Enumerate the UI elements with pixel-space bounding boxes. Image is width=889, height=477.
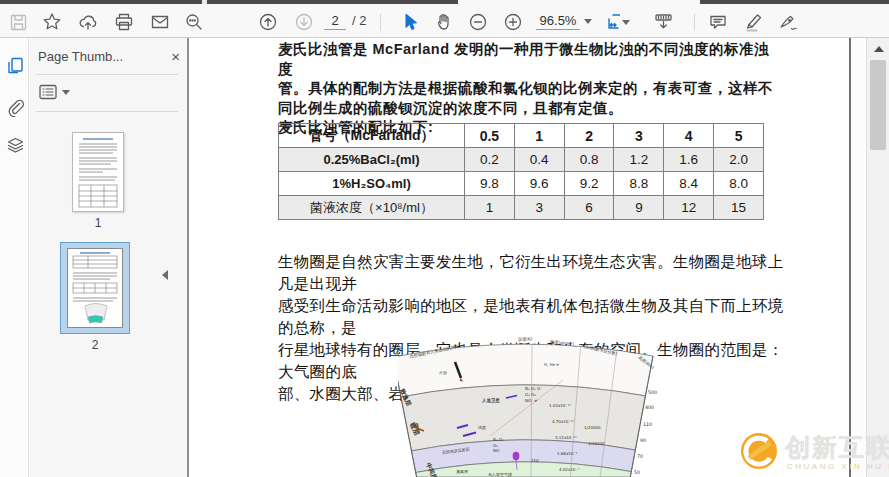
- chem-label: O₃: [493, 443, 498, 448]
- table-cell: 0.4: [514, 148, 564, 172]
- table-cell: 管号（McFarland）: [279, 124, 465, 148]
- fit-width-button[interactable]: [606, 11, 630, 33]
- altitude-tick: 400: [645, 405, 654, 410]
- table-cell: 4: [664, 124, 714, 148]
- mcfarland-table: 管号（McFarland） 0.5 1 2 3 4 5 0.25%BaCl₂(m…: [278, 123, 764, 220]
- plus-circle-icon: [503, 12, 523, 32]
- table-cell: 1%H₂SO₄ml): [279, 172, 465, 196]
- continuous-scroll-icon: [653, 12, 675, 32]
- layers-icon: [6, 136, 25, 155]
- previous-page-button[interactable]: [256, 11, 280, 33]
- thumbnail-page-2[interactable]: [60, 242, 130, 334]
- paperclip-icon: [6, 98, 25, 117]
- table-row: 0.25%BaCl₂(ml) 0.2 0.4 0.8 1.2 1.6 2.0: [279, 148, 764, 172]
- value-label: 1/20000: [584, 425, 601, 430]
- atmosphere-layers-diagram: 自然辐射和人类运动的空间 温度(K) 密度(g/cm³) 气压(帕斯卡百分数) …: [398, 332, 660, 477]
- table-cell: 0.25%BaCl₂(ml): [279, 148, 465, 172]
- altitude-tick: 70: [637, 454, 643, 459]
- comment-button[interactable]: [706, 11, 730, 33]
- search-button[interactable]: [182, 11, 206, 33]
- panel-separator: [36, 74, 178, 75]
- panel-title: Page Thumb...: [38, 49, 123, 64]
- value-label: 210: [531, 458, 539, 463]
- scrollbar-thumb[interactable]: [870, 60, 886, 150]
- sidebar-tab-thumbnails[interactable]: [4, 54, 26, 76]
- table-cell: 0.2: [465, 148, 515, 172]
- panel-separator: [36, 111, 178, 112]
- table-row: 1%H₂SO₄ml) 9.8 9.6 9.2 8.8 8.4 8.0: [279, 172, 764, 196]
- table-cell: 8.4: [664, 172, 714, 196]
- hand-icon: [434, 12, 454, 32]
- thumbnail-page-2-label: 2: [69, 338, 121, 352]
- page-number-field: 2/ 2: [324, 13, 366, 30]
- table-cell: 2.0: [714, 148, 764, 172]
- sidebar-tab-attachments[interactable]: [4, 96, 26, 118]
- altitude-tick: 500: [648, 390, 657, 395]
- table-cell: 3: [514, 196, 564, 220]
- thumbnail-page-2-page: [67, 248, 123, 328]
- text-line: 生物圈是自然灾害主要发生地，它衍生出环境生态灾害。生物圈是地球上凡是出现并: [278, 251, 788, 295]
- panel-collapse-arrow-icon[interactable]: [162, 270, 168, 280]
- toolbar-divider: [380, 14, 381, 31]
- next-page-button[interactable]: [292, 11, 316, 33]
- envelope-icon: [150, 12, 170, 32]
- zoom-level-field[interactable]: 96.5%: [536, 13, 592, 30]
- chem-label: N₂ O₂: [493, 437, 504, 442]
- table-cell: 15: [714, 196, 764, 220]
- altitude-tick: 90: [640, 438, 646, 443]
- diagram-label: 温度(K): [518, 336, 533, 342]
- star-bookmark-button[interactable]: [40, 11, 64, 33]
- highlight-button[interactable]: [742, 11, 766, 33]
- object-label: 臭氧层: [456, 469, 468, 474]
- value-label: 3.12x10⁻¹¹: [555, 435, 577, 440]
- search-icon: [184, 12, 204, 32]
- thumbnail-page-1[interactable]: [72, 132, 124, 212]
- table-cell: 3: [614, 124, 664, 148]
- watermark-subtitle: CHUANG XIN HU LIAN: [787, 462, 889, 471]
- table-cell: 8.8: [614, 172, 664, 196]
- save-icon: [9, 13, 28, 32]
- email-button[interactable]: [148, 11, 172, 33]
- sign-button[interactable]: [777, 11, 801, 33]
- chem-label: N₂ O₂ O⁺: [525, 386, 542, 391]
- cloud-upload-button[interactable]: [76, 11, 100, 33]
- panel-options-button[interactable]: [38, 82, 72, 102]
- arrow-up-circle-icon: [258, 12, 278, 32]
- text-line: 同比例生成的硫酸钡沉淀的浓度不同，且都有定值。: [278, 99, 778, 119]
- table-cell: 6: [564, 196, 614, 220]
- table-cell: 1: [514, 124, 564, 148]
- scrollbar-up-arrow-icon[interactable]: [874, 46, 884, 52]
- fit-options-caret-icon[interactable]: [622, 20, 630, 25]
- value-label: 4.02x10⁻⁷: [559, 467, 579, 472]
- page-total-label: / 2: [352, 13, 366, 28]
- select-tool-button[interactable]: [398, 11, 422, 33]
- sidebar-icon-strip: [0, 38, 29, 477]
- save-button[interactable]: [6, 11, 30, 33]
- table-cell: 2: [564, 124, 614, 148]
- value-label: 1.03x10⁻¹⁴: [549, 403, 571, 408]
- altitude-tick: 110: [643, 422, 652, 427]
- zoom-level-value[interactable]: 96.5%: [536, 13, 580, 30]
- watermark-logo-icon: [740, 432, 778, 470]
- print-button[interactable]: [112, 11, 136, 33]
- toolbar-divider: [694, 14, 695, 31]
- zoom-out-button[interactable]: [466, 11, 490, 33]
- vertical-scrollbar[interactable]: [866, 38, 889, 477]
- options-caret-icon[interactable]: [62, 90, 70, 95]
- object-label: 人造卫星: [481, 397, 501, 403]
- page-scrolling-button[interactable]: [652, 11, 676, 33]
- zoom-in-button[interactable]: [501, 11, 525, 33]
- chem-label: H, He e⁺: [544, 362, 561, 367]
- signature-pen-icon: [778, 12, 800, 32]
- table-cell: 9.6: [514, 172, 564, 196]
- table-row: 菌液浓度（×10⁸/ml） 1 3 6 9 12 15: [279, 196, 764, 220]
- thumbnail-page-2-preview: [68, 249, 122, 327]
- hand-tool-button[interactable]: [432, 11, 456, 33]
- sidebar-tab-layers[interactable]: [4, 134, 26, 156]
- page-number-input[interactable]: 2: [324, 13, 346, 30]
- value-label: 1/10000: [588, 441, 605, 446]
- thumbnail-page-1-preview: [73, 133, 123, 211]
- zoom-caret-icon[interactable]: [584, 19, 592, 24]
- panel-close-button[interactable]: ×: [171, 48, 180, 65]
- document-page: 麦氏比浊管是 McFarland 发明的一种用于微生物比浊的不同浊度的标准浊度 …: [189, 38, 849, 477]
